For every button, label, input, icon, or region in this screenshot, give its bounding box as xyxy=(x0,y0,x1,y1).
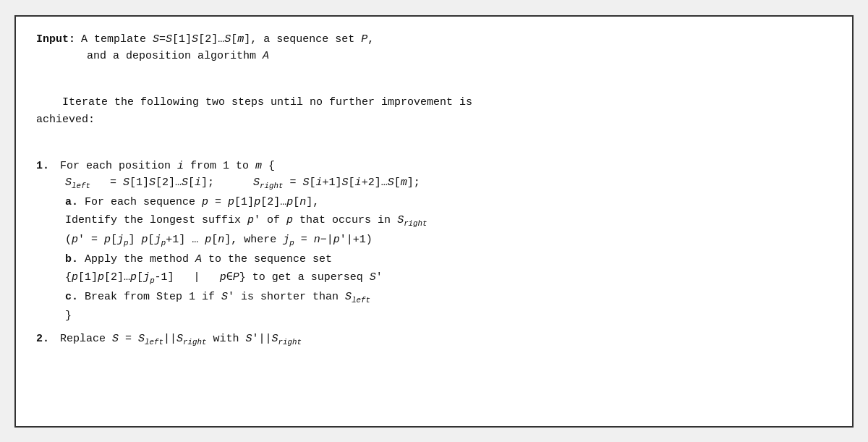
step1-header: 1. For each position i from 1 to m { xyxy=(36,158,832,174)
sub-step-a-text: For each sequence p = p[1]p[2]…p[n], xyxy=(85,196,319,208)
iterate-text: Iterate the following two steps until no… xyxy=(36,96,472,125)
step2-header: 2. Replace S = Sleft||Sright with S'||Sr… xyxy=(36,331,832,349)
identify-text: Identify the longest suffix p' of p that… xyxy=(65,214,427,226)
step2-num: 2. xyxy=(36,331,54,347)
sub-step-c-label: c. xyxy=(65,291,78,303)
sleft-sright-line: Sleft = S[1]S[2]…S[i]; Sright = S[i+1]S[… xyxy=(65,174,832,192)
step2-text: Replace S = Sleft||Sright with S'||Srigh… xyxy=(54,331,302,349)
step-2: 2. Replace S = Sleft||Sright with S'||Sr… xyxy=(36,331,832,349)
sub-step-c-text: Break from Step 1 if S' is shorter than … xyxy=(85,291,370,303)
iterate-section: Iterate the following two steps until no… xyxy=(36,77,832,145)
algorithm-box: Input: A template S=S[1]S[2]…S[m], a seq… xyxy=(14,15,854,428)
sub-step-b: b. Apply the method A to the sequence se… xyxy=(65,251,832,268)
step1-body: Sleft = S[1]S[2]…S[i]; Sright = S[i+1]S[… xyxy=(36,174,832,306)
input-section: Input: A template S=S[1]S[2]…S[m], a seq… xyxy=(36,31,832,65)
sub-step-a-label: a. xyxy=(65,196,78,208)
sub-step-b-text: Apply the method A to the sequence set xyxy=(85,253,332,265)
step1-close-brace: } xyxy=(36,310,72,322)
step-1: 1. For each position i from 1 to m { Sle… xyxy=(36,158,832,325)
input-label: Input: xyxy=(36,31,75,48)
input-line1: Input: A template S=S[1]S[2]…S[m], a seq… xyxy=(36,31,832,48)
formula-line: (p' = p[jp] p[jp+1] … p[n], where jp = n… xyxy=(65,231,832,250)
input-text: A template S=S[1]S[2]…S[m], a sequence s… xyxy=(81,31,374,48)
sleft-sright-text: Sleft = S[1]S[2]…S[i]; Sright = S[i+1]S[… xyxy=(65,177,420,189)
input-indent: and a deposition algorithm A xyxy=(36,48,832,64)
step1-close: } xyxy=(36,307,832,324)
step1-header-text: For each position i from 1 to m { xyxy=(54,158,275,174)
steps-section: 1. For each position i from 1 to m { Sle… xyxy=(36,158,832,348)
identify-line: Identify the longest suffix p' of p that… xyxy=(65,212,832,230)
set-text: {p[1]p[2]…p[jp-1] | p∈P} to get a supers… xyxy=(65,271,383,284)
sub-step-c: c. Break from Step 1 if S' is shorter th… xyxy=(65,289,832,307)
sub-step-b-label: b. xyxy=(65,253,78,265)
sub-step-a: a. For each sequence p = p[1]p[2]…p[n], xyxy=(65,194,832,211)
formula-text: (p' = p[jp] p[jp+1] … p[n], where jp = n… xyxy=(65,234,373,246)
input-line2: and a deposition algorithm A xyxy=(36,48,832,64)
step1-num: 1. xyxy=(36,158,54,174)
set-line: {p[1]p[2]…p[jp-1] | p∈P} to get a supers… xyxy=(65,269,832,287)
